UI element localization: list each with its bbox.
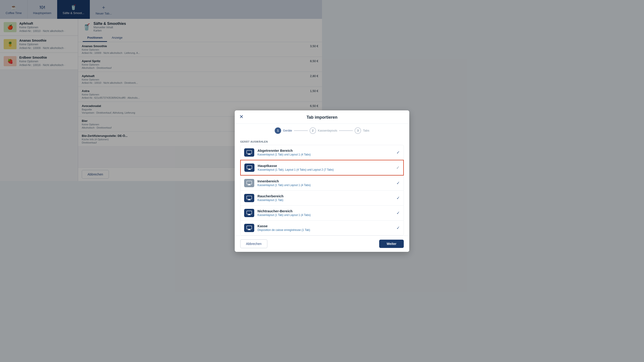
stepper: 1 Geräte 2 Kassenlayouts 3 Tabs <box>235 124 322 137</box>
svg-rect-2 <box>248 154 251 155</box>
modal-header: ✕ Tab importieren <box>235 110 322 124</box>
step-circle-2: 2 <box>310 127 316 134</box>
device-info: Innenbereich Kassenlayout (1 Tab) und La… <box>258 179 322 181</box>
svg-rect-1 <box>248 154 250 154</box>
svg-rect-0 <box>247 150 252 154</box>
device-item-innenbereich[interactable]: Innenbereich Kassenlayout (1 Tab) und La… <box>240 175 322 181</box>
device-name: Innenbereich <box>258 179 322 181</box>
step-label-1: Geräte <box>283 129 292 132</box>
close-icon: ✕ <box>239 114 244 120</box>
svg-rect-3 <box>247 165 252 169</box>
step-circle-1: 1 <box>275 127 281 134</box>
device-item-hauptkasse[interactable]: Hauptkasse Kassenlayout (1 Tab), Layout … <box>240 160 322 175</box>
step-line-1 <box>294 130 308 131</box>
svg-rect-5 <box>248 169 251 170</box>
modal-close-button[interactable]: ✕ <box>239 114 244 120</box>
svg-rect-4 <box>248 169 250 169</box>
step-2: 2 Kassenlayouts <box>310 127 322 134</box>
modal-title: Tab importieren <box>306 115 322 120</box>
device-desc: Kassenlayout (1 Tab), Layout 1 (4 Tabs) … <box>258 168 322 171</box>
device-item-abgetrennter-bereich[interactable]: Abgetrennter Bereich Kassenlayout (1 Tab… <box>240 145 322 160</box>
device-info: Hauptkasse Kassenlayout (1 Tab), Layout … <box>258 164 322 171</box>
device-icon <box>244 163 254 172</box>
device-name: Hauptkasse <box>258 164 322 168</box>
svg-rect-6 <box>247 181 252 181</box>
step-1: 1 Geräte <box>275 127 292 134</box>
step-label-2: Kassenlayouts <box>318 129 322 132</box>
device-info: Abgetrennter Bereich Kassenlayout (1 Tab… <box>258 148 322 156</box>
modal-overlay: ✕ Tab importieren 1 Geräte 2 Kassenlayou… <box>0 0 322 181</box>
import-tab-modal: ✕ Tab importieren 1 Geräte 2 Kassenlayou… <box>235 110 322 181</box>
device-desc: Kassenlayout (1 Tab) und Layout 1 (4 Tab… <box>258 153 322 156</box>
device-name: Abgetrennter Bereich <box>258 148 322 152</box>
device-icon <box>244 148 254 157</box>
device-icon <box>244 179 254 181</box>
device-list: Abgetrennter Bereich Kassenlayout (1 Tab… <box>235 145 322 181</box>
section-label: GERÄT AUSWÄHLEN <box>235 137 322 145</box>
